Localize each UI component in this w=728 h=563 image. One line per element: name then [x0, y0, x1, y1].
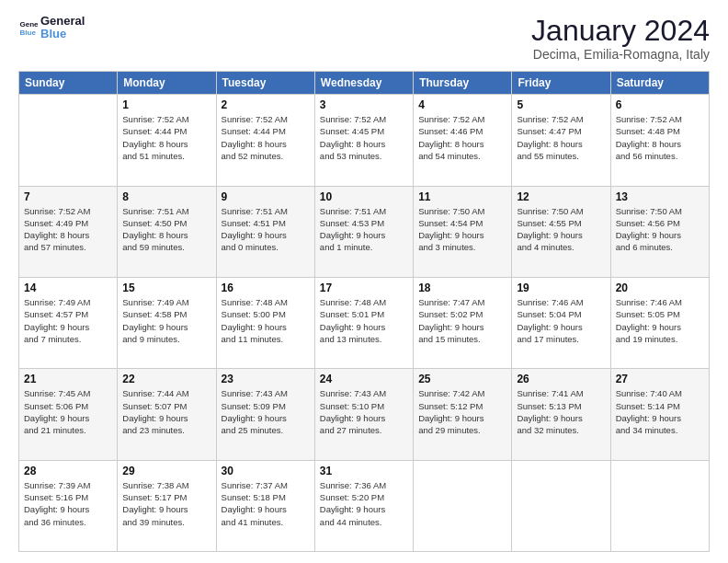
week-row-0: 1Sunrise: 7:52 AM Sunset: 4:44 PM Daylig… — [19, 95, 710, 186]
location-subtitle: Decima, Emilia-Romagna, Italy — [531, 47, 710, 62]
header-cell-wednesday: Wednesday — [314, 72, 413, 95]
day-info: Sunrise: 7:50 AM Sunset: 4:56 PM Dayligh… — [616, 205, 704, 254]
day-cell: 14Sunrise: 7:49 AM Sunset: 4:57 PM Dayli… — [19, 277, 118, 368]
day-number: 30 — [222, 465, 310, 477]
day-info: Sunrise: 7:51 AM Sunset: 4:53 PM Dayligh… — [320, 205, 408, 254]
day-cell: 6Sunrise: 7:52 AM Sunset: 4:48 PM Daylig… — [610, 95, 709, 186]
day-cell: 23Sunrise: 7:43 AM Sunset: 5:09 PM Dayli… — [216, 369, 314, 460]
day-cell: 27Sunrise: 7:40 AM Sunset: 5:14 PM Dayli… — [610, 369, 709, 460]
day-cell: 9Sunrise: 7:51 AM Sunset: 4:51 PM Daylig… — [216, 186, 314, 277]
day-number: 10 — [320, 190, 408, 203]
day-number: 21 — [24, 373, 112, 385]
day-number: 12 — [517, 190, 605, 203]
day-info: Sunrise: 7:44 AM Sunset: 5:07 PM Dayligh… — [122, 387, 210, 436]
day-number: 22 — [122, 373, 210, 385]
day-number: 13 — [616, 190, 704, 203]
day-number: 8 — [122, 190, 210, 203]
day-cell: 16Sunrise: 7:48 AM Sunset: 5:00 PM Dayli… — [216, 277, 314, 368]
day-info: Sunrise: 7:52 AM Sunset: 4:47 PM Dayligh… — [517, 113, 605, 162]
day-cell: 29Sunrise: 7:38 AM Sunset: 5:17 PM Dayli… — [118, 460, 216, 551]
day-number: 27 — [616, 373, 704, 385]
day-number: 28 — [24, 465, 112, 477]
day-number: 19 — [517, 282, 605, 294]
header: General Blue General Blue January 2024 D… — [18, 15, 710, 62]
day-info: Sunrise: 7:39 AM Sunset: 5:16 PM Dayligh… — [24, 479, 112, 528]
day-cell: 20Sunrise: 7:46 AM Sunset: 5:05 PM Dayli… — [610, 277, 709, 368]
day-info: Sunrise: 7:52 AM Sunset: 4:44 PM Dayligh… — [122, 113, 210, 162]
day-cell: 13Sunrise: 7:50 AM Sunset: 4:56 PM Dayli… — [610, 186, 709, 277]
day-number: 18 — [418, 282, 506, 294]
day-info: Sunrise: 7:46 AM Sunset: 5:04 PM Dayligh… — [517, 296, 605, 345]
day-number: 7 — [24, 190, 112, 203]
day-info: Sunrise: 7:40 AM Sunset: 5:14 PM Dayligh… — [616, 387, 704, 436]
day-cell: 8Sunrise: 7:51 AM Sunset: 4:50 PM Daylig… — [118, 186, 216, 277]
logo-icon: General Blue — [18, 17, 39, 38]
day-cell — [512, 460, 610, 551]
day-info: Sunrise: 7:49 AM Sunset: 4:58 PM Dayligh… — [122, 296, 210, 345]
day-info: Sunrise: 7:52 AM Sunset: 4:44 PM Dayligh… — [222, 113, 310, 162]
week-row-3: 21Sunrise: 7:45 AM Sunset: 5:06 PM Dayli… — [19, 369, 710, 460]
day-number: 9 — [222, 190, 310, 203]
day-cell: 24Sunrise: 7:43 AM Sunset: 5:10 PM Dayli… — [314, 369, 413, 460]
day-info: Sunrise: 7:52 AM Sunset: 4:49 PM Dayligh… — [24, 205, 112, 254]
day-cell: 22Sunrise: 7:44 AM Sunset: 5:07 PM Dayli… — [118, 369, 216, 460]
day-number: 4 — [418, 98, 506, 111]
header-cell-tuesday: Tuesday — [216, 72, 314, 95]
day-cell: 3Sunrise: 7:52 AM Sunset: 4:45 PM Daylig… — [314, 95, 413, 186]
day-info: Sunrise: 7:48 AM Sunset: 5:00 PM Dayligh… — [222, 296, 310, 345]
month-title: January 2024 — [531, 15, 710, 47]
day-info: Sunrise: 7:41 AM Sunset: 5:13 PM Dayligh… — [517, 387, 605, 436]
day-number: 6 — [616, 98, 704, 111]
day-info: Sunrise: 7:46 AM Sunset: 5:05 PM Dayligh… — [616, 296, 704, 345]
day-cell: 5Sunrise: 7:52 AM Sunset: 4:47 PM Daylig… — [512, 95, 610, 186]
day-number: 24 — [320, 373, 408, 385]
day-info: Sunrise: 7:43 AM Sunset: 5:10 PM Dayligh… — [320, 387, 408, 436]
header-cell-monday: Monday — [118, 72, 216, 95]
day-info: Sunrise: 7:43 AM Sunset: 5:09 PM Dayligh… — [222, 387, 310, 436]
day-cell: 17Sunrise: 7:48 AM Sunset: 5:01 PM Dayli… — [314, 277, 413, 368]
day-info: Sunrise: 7:52 AM Sunset: 4:45 PM Dayligh… — [320, 113, 408, 162]
week-row-2: 14Sunrise: 7:49 AM Sunset: 4:57 PM Dayli… — [19, 277, 710, 368]
day-cell — [610, 460, 709, 551]
day-number: 3 — [320, 98, 408, 111]
day-info: Sunrise: 7:47 AM Sunset: 5:02 PM Dayligh… — [418, 296, 506, 345]
day-info: Sunrise: 7:49 AM Sunset: 4:57 PM Dayligh… — [24, 296, 112, 345]
day-info: Sunrise: 7:52 AM Sunset: 4:46 PM Dayligh… — [418, 113, 506, 162]
header-cell-sunday: Sunday — [19, 72, 118, 95]
day-number: 5 — [517, 98, 605, 111]
week-row-4: 28Sunrise: 7:39 AM Sunset: 5:16 PM Dayli… — [19, 460, 710, 551]
page: General Blue General Blue January 2024 D… — [0, 0, 728, 563]
day-number: 11 — [418, 190, 506, 203]
day-info: Sunrise: 7:42 AM Sunset: 5:12 PM Dayligh… — [418, 387, 506, 436]
day-info: Sunrise: 7:50 AM Sunset: 4:54 PM Dayligh… — [418, 205, 506, 254]
svg-text:Blue: Blue — [19, 29, 36, 37]
day-cell: 4Sunrise: 7:52 AM Sunset: 4:46 PM Daylig… — [414, 95, 512, 186]
header-cell-friday: Friday — [512, 72, 610, 95]
calendar-table: SundayMondayTuesdayWednesdayThursdayFrid… — [18, 71, 710, 552]
logo-general: General — [40, 15, 85, 28]
day-cell: 21Sunrise: 7:45 AM Sunset: 5:06 PM Dayli… — [19, 369, 118, 460]
day-cell: 7Sunrise: 7:52 AM Sunset: 4:49 PM Daylig… — [19, 186, 118, 277]
header-cell-thursday: Thursday — [414, 72, 512, 95]
header-row: SundayMondayTuesdayWednesdayThursdayFrid… — [19, 72, 710, 95]
day-cell: 1Sunrise: 7:52 AM Sunset: 4:44 PM Daylig… — [118, 95, 216, 186]
day-number: 26 — [517, 373, 605, 385]
day-cell — [19, 95, 118, 186]
day-cell: 11Sunrise: 7:50 AM Sunset: 4:54 PM Dayli… — [414, 186, 512, 277]
week-row-1: 7Sunrise: 7:52 AM Sunset: 4:49 PM Daylig… — [19, 186, 710, 277]
day-cell: 2Sunrise: 7:52 AM Sunset: 4:44 PM Daylig… — [216, 95, 314, 186]
day-info: Sunrise: 7:50 AM Sunset: 4:55 PM Dayligh… — [517, 205, 605, 254]
day-number: 15 — [122, 282, 210, 294]
day-info: Sunrise: 7:37 AM Sunset: 5:18 PM Dayligh… — [222, 479, 310, 528]
day-number: 16 — [222, 282, 310, 294]
day-info: Sunrise: 7:51 AM Sunset: 4:50 PM Dayligh… — [122, 205, 210, 254]
day-info: Sunrise: 7:36 AM Sunset: 5:20 PM Dayligh… — [320, 479, 408, 528]
day-info: Sunrise: 7:48 AM Sunset: 5:01 PM Dayligh… — [320, 296, 408, 345]
svg-text:General: General — [19, 21, 39, 29]
day-number: 20 — [616, 282, 704, 294]
day-number: 17 — [320, 282, 408, 294]
day-cell: 26Sunrise: 7:41 AM Sunset: 5:13 PM Dayli… — [512, 369, 610, 460]
day-number: 14 — [24, 282, 112, 294]
logo-blue: Blue — [40, 28, 85, 40]
day-info: Sunrise: 7:51 AM Sunset: 4:51 PM Dayligh… — [222, 205, 310, 254]
